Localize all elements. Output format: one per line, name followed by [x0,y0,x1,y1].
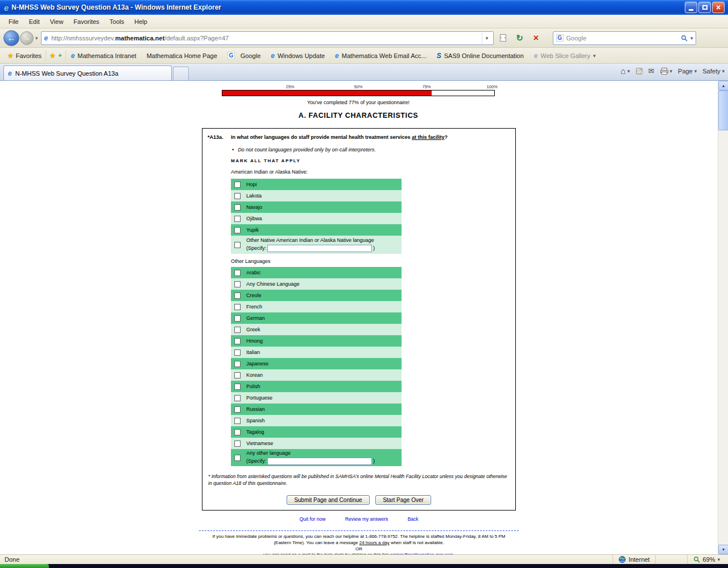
home-button[interactable]: ⌂ ▾ [621,67,630,75]
language-checkbox-lakota[interactable] [234,193,241,199]
stop-button[interactable]: × [530,31,543,45]
tick-100: 100% [487,84,498,89]
language-checkbox-creole[interactable] [234,293,241,299]
favorites-item-google[interactable]: G Google [222,50,266,61]
native-other-specify-input[interactable] [267,245,372,252]
close-button[interactable]: × [712,2,725,13]
vertical-scrollbar[interactable]: ▲ ▼ [718,81,728,554]
favorites-button[interactable]: ★ Favorites [3,50,46,61]
language-checkbox-portuguese[interactable] [234,395,241,401]
language-row: Any Chinese Language [231,278,402,290]
language-row: German [231,312,402,324]
language-label: Greek [246,327,260,332]
menu-tools[interactable]: Tools [105,17,130,27]
language-checkbox-greek[interactable] [234,327,241,333]
search-options-caret-icon[interactable]: ▾ [690,35,693,41]
read-mail-button[interactable]: ✉ [648,67,655,75]
tab-nmhss-survey[interactable]: e N-MHSS Web Survey Question A13a [3,65,172,80]
any-other-language-checkbox[interactable] [234,455,241,461]
help-email-link[interactable]: nmhss@mathematica-mpr.com [390,552,453,554]
language-checkbox-korean[interactable] [234,372,241,378]
language-checkbox-hmong[interactable] [234,338,241,344]
language-label: Polish [246,384,260,389]
favorites-item-label: SAS9 Online Documentation [444,52,524,59]
language-checkbox-arabic[interactable] [234,270,241,276]
tick-75: 75% [422,84,431,89]
tick-25: 25% [286,84,294,89]
back-button[interactable]: ← [3,30,19,46]
recent-pages-caret-icon[interactable]: ▾ [35,35,38,41]
language-label: Korean [246,372,263,378]
language-checkbox-navajo[interactable] [234,204,241,211]
menu-favorites[interactable]: Favorites [68,17,104,27]
language-label: Russian [246,406,265,412]
language-checkbox-spanish[interactable] [234,418,241,424]
language-checkbox-ojibwa[interactable] [234,216,241,222]
search-magnifier-icon[interactable] [681,35,688,42]
language-checkbox-russian[interactable] [234,406,241,413]
language-checkbox-hopi[interactable] [234,182,241,188]
new-tab-button[interactable] [173,67,189,80]
language-row: Spanish [231,415,402,426]
language-checkbox-japanese[interactable] [234,361,241,367]
language-checkbox-german[interactable] [234,315,241,322]
question-note: •Do not count languages provided only by… [232,147,376,153]
language-checkbox-chinese[interactable] [234,281,241,287]
favorites-item-windows-update[interactable]: e Windows Update [266,50,330,61]
google-provider-icon: G [556,34,564,42]
language-checkbox-yupik[interactable] [234,227,241,233]
compatibility-view-button[interactable] [497,31,510,45]
favorites-item-sas9-docs[interactable]: S SAS9 Online Documentation [432,50,529,61]
language-checkbox-vietnamese[interactable] [234,441,241,447]
address-dropdown-caret-icon[interactable]: ▾ [482,32,492,44]
language-checkbox-tagalog[interactable] [234,429,241,435]
favorites-item-mathematica-intranet[interactable]: e Mathematica Intranet [66,50,142,61]
add-to-favorites-bar-button[interactable]: ★ + [46,50,66,61]
other-native-language-checkbox[interactable] [234,242,241,248]
menu-view[interactable]: View [45,17,69,27]
helpline-line2-post: when staff is not available. [390,540,444,545]
back-link[interactable]: Back [408,516,419,522]
footer-links: Quit for now Review my answers Back [202,516,516,522]
bullet-icon: • [232,147,234,153]
feeds-button[interactable] [636,68,643,75]
language-checkbox-french[interactable] [234,304,241,310]
favorites-item-mathematica-home[interactable]: Mathematica Home Page [142,51,222,61]
quit-link[interactable]: Quit for now [299,516,325,522]
address-field[interactable]: e http://nmhsssurveydev.mathematica.net/… [41,31,494,45]
close-icon: × [716,3,721,11]
favorites-item-label: Web Slice Gallery [541,52,590,59]
any-other-specify-input[interactable] [267,458,372,465]
maximize-button[interactable] [698,2,711,13]
language-checkbox-italian[interactable] [234,349,241,356]
language-checkbox-polish[interactable] [234,384,241,390]
refresh-button[interactable]: ↻ [513,31,527,45]
zoom-caret-icon[interactable]: ▾ [717,557,720,562]
submit-button[interactable]: Submit Page and Continue [287,495,370,505]
search-box[interactable]: G Google ▾ [553,31,696,45]
favorites-item-web-slice-gallery[interactable]: e Web Slice Gallery ▾ [529,50,601,61]
other-language-table: Arabic Any Chinese Language Creole Frenc… [231,267,402,466]
mark-all-instruction: MARK ALL THAT APPLY [231,158,301,163]
command-bar: ⌂ ▾ ✉ ▾ Page ▾ Safety ▾ [621,64,725,80]
review-answers-link[interactable]: Review my answers [345,516,388,522]
refresh-icon: ↻ [516,33,523,43]
print-button[interactable]: ▾ [660,68,673,75]
favorites-item-web-email[interactable]: e Mathematica Web Email Acc... [330,50,432,61]
menu-help[interactable]: Help [129,17,152,27]
page-menu-button[interactable]: Page ▾ [678,68,697,75]
scroll-down-button[interactable]: ▼ [718,545,728,554]
scroll-up-button[interactable]: ▲ [718,81,728,90]
menu-file[interactable]: File [3,17,24,27]
forward-button[interactable]: → [20,31,34,45]
minimize-button[interactable] [685,2,697,13]
zoom-control[interactable]: 69% ▾ [687,555,726,564]
browser-viewport: 25% 50% 75% 100% You've completed 77% of… [0,81,728,554]
menu-edit[interactable]: Edit [24,17,45,27]
tab-favicon-icon: e [8,69,12,77]
scrollbar-thumb[interactable] [718,90,728,130]
start-over-button[interactable]: Start Page Over [375,495,431,505]
progress-caption: You've completed 77% of your questionnai… [0,100,717,105]
specify-suffix: ) [373,458,375,465]
safety-menu-button[interactable]: Safety ▾ [702,68,725,75]
